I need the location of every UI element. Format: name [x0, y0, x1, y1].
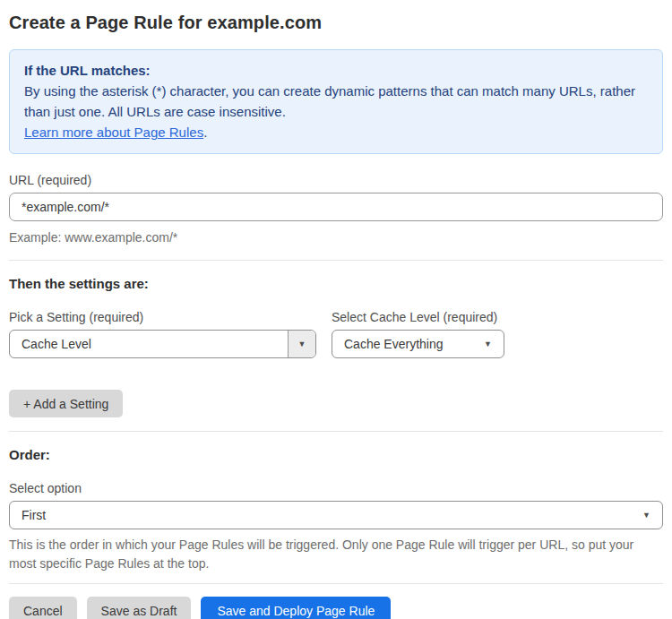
cancel-button[interactable]: Cancel: [9, 597, 77, 619]
url-field-group: URL (required) Example: www.example.com/…: [9, 173, 663, 247]
info-box-body: By using the asterisk (*) character, you…: [24, 81, 648, 122]
settings-heading: Then the settings are:: [9, 276, 663, 291]
url-input[interactable]: [9, 193, 663, 221]
form-actions: Cancel Save as Draft Save and Deploy Pag…: [9, 597, 663, 619]
save-draft-button[interactable]: Save as Draft: [87, 597, 192, 619]
save-deploy-button[interactable]: Save and Deploy Page Rule: [201, 597, 391, 619]
divider: [9, 431, 663, 432]
chevron-down-icon: ▼: [484, 340, 492, 348]
url-label: URL (required): [9, 173, 663, 187]
order-heading: Order:: [9, 447, 663, 462]
order-select[interactable]: First ▼: [9, 501, 663, 529]
divider: [9, 260, 663, 261]
info-box-link-line: Learn more about Page Rules.: [24, 122, 648, 142]
url-match-info-box: If the URL matches: By using the asteris…: [9, 49, 663, 154]
add-setting-button[interactable]: + Add a Setting: [9, 390, 123, 417]
pick-setting-group: Pick a Setting (required) Cache Level ▼: [9, 310, 316, 358]
order-select-value: First: [22, 508, 46, 522]
info-box-heading: If the URL matches:: [24, 60, 648, 81]
select-arrow-section: ▼: [288, 331, 315, 357]
learn-more-link[interactable]: Learn more about Page Rules: [24, 125, 203, 140]
order-field-group: Select option First ▼ This is the order …: [9, 481, 663, 573]
chevron-down-icon: ▼: [298, 340, 306, 348]
pick-setting-value: Cache Level: [10, 337, 288, 351]
pick-setting-select[interactable]: Cache Level ▼: [9, 330, 316, 358]
cache-level-value: Cache Everything: [344, 337, 444, 351]
page-title: Create a Page Rule for example.com: [9, 13, 663, 33]
order-select-label: Select option: [9, 481, 663, 495]
settings-row: Pick a Setting (required) Cache Level ▼ …: [9, 310, 663, 358]
cache-level-group: Select Cache Level (required) Cache Ever…: [332, 310, 504, 358]
info-link-period: .: [203, 125, 207, 140]
order-description: This is the order in which your Page Rul…: [9, 536, 654, 573]
cache-level-select[interactable]: Cache Everything ▼: [332, 330, 504, 358]
url-hint: Example: www.example.com/*: [9, 228, 663, 247]
divider: [9, 583, 663, 584]
create-page-rule-form: Create a Page Rule for example.com If th…: [9, 13, 663, 619]
pick-setting-label: Pick a Setting (required): [9, 310, 316, 324]
cache-level-label: Select Cache Level (required): [332, 310, 504, 324]
chevron-down-icon: ▼: [642, 512, 650, 520]
